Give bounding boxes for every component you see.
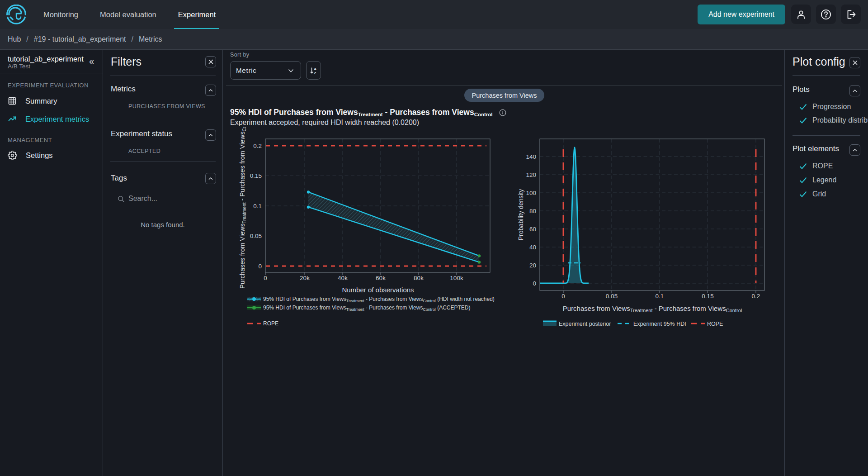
svg-text:0.05: 0.05 bbox=[606, 293, 618, 300]
svg-text:120: 120 bbox=[526, 171, 536, 178]
svg-text:100k: 100k bbox=[450, 275, 463, 281]
svg-text:0.2: 0.2 bbox=[752, 293, 760, 300]
svg-text:Probability density: Probability density bbox=[517, 189, 524, 241]
svg-text:0.1: 0.1 bbox=[253, 203, 262, 209]
svg-text:Purchases from ViewsTreatment: Purchases from ViewsTreatment - Purchase… bbox=[239, 127, 247, 289]
svg-text:20k: 20k bbox=[300, 275, 310, 281]
svg-text:0: 0 bbox=[561, 293, 565, 300]
svg-text:100: 100 bbox=[526, 190, 536, 196]
svg-text:20: 20 bbox=[529, 262, 536, 269]
svg-text:0.05: 0.05 bbox=[250, 233, 262, 239]
svg-text:95% HDI of Purchases from View: 95% HDI of Purchases from ViewsTreatment… bbox=[263, 305, 470, 312]
svg-text:40k: 40k bbox=[338, 275, 348, 281]
svg-text:Experiment posterior: Experiment posterior bbox=[559, 321, 611, 327]
svg-text:0.2: 0.2 bbox=[253, 143, 262, 149]
svg-text:0.15: 0.15 bbox=[702, 293, 713, 300]
svg-text:95% HDI of Purchases from View: 95% HDI of Purchases from ViewsTreatment… bbox=[263, 296, 495, 303]
svg-text:Number of observations: Number of observations bbox=[342, 286, 414, 294]
svg-text:Purchases from ViewsTreatment: Purchases from ViewsTreatment - Purchase… bbox=[563, 305, 742, 313]
svg-text:0.1: 0.1 bbox=[656, 293, 664, 300]
svg-text:0: 0 bbox=[264, 275, 267, 281]
svg-text:80: 80 bbox=[529, 208, 536, 214]
svg-text:0: 0 bbox=[533, 280, 536, 287]
svg-text:ROPE: ROPE bbox=[707, 321, 723, 327]
svg-text:0.15: 0.15 bbox=[250, 172, 262, 179]
svg-text:0: 0 bbox=[258, 263, 262, 270]
svg-text:60k: 60k bbox=[376, 275, 386, 281]
svg-text:140: 140 bbox=[526, 153, 536, 160]
svg-text:ROPE: ROPE bbox=[263, 320, 278, 327]
svg-text:Z: Z bbox=[314, 71, 316, 74]
svg-text:80k: 80k bbox=[414, 275, 424, 281]
svg-text:Experiment 95% HDI: Experiment 95% HDI bbox=[633, 321, 686, 327]
svg-text:40: 40 bbox=[529, 244, 536, 251]
svg-text:60: 60 bbox=[529, 226, 536, 233]
